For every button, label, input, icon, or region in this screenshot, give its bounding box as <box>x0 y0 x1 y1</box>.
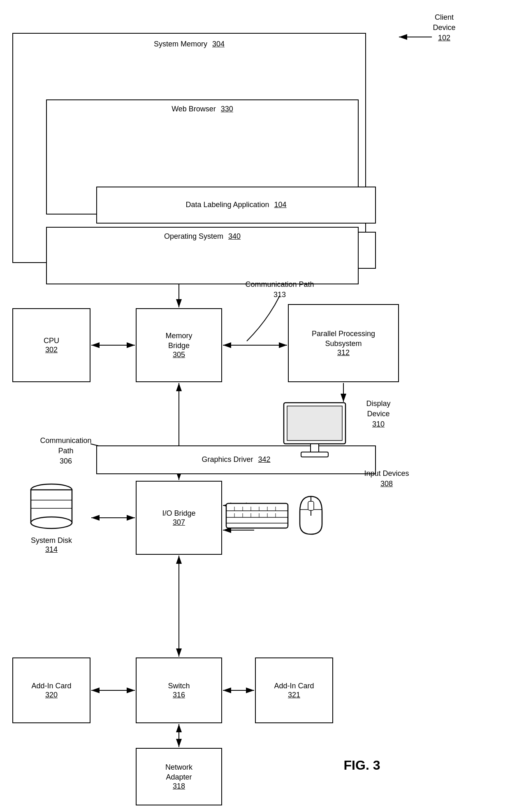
client-label-text2: Device <box>403 23 485 33</box>
net-adapter-num: 318 <box>173 782 185 791</box>
switch-box: Switch 316 <box>136 657 222 723</box>
add-in-321-box: Add-In Card 321 <box>255 657 333 723</box>
disk-svg <box>27 482 76 535</box>
cpu-label: CPU <box>44 336 59 346</box>
comm-path-313-num: 313 <box>239 290 321 300</box>
diagram-container: Client Device 102 System Memory 304 Web … <box>0 0 510 812</box>
net-adapter-box: Network Adapter 318 <box>136 748 222 805</box>
svg-rect-17 <box>311 444 319 453</box>
sys-disk-label: System Disk <box>31 536 72 545</box>
add-in-320-num: 320 <box>45 691 58 699</box>
pps-label2: Subsystem <box>325 339 362 348</box>
data-labeling-box: Data Labeling Application 104 <box>96 187 376 224</box>
web-browser-num: 330 <box>221 105 233 113</box>
fig3-label: FIG. 3 <box>313 756 411 775</box>
add-in-320-label: Add-In Card <box>31 681 71 691</box>
io-bridge-label: I/O Bridge <box>162 509 195 518</box>
comm-path-306-text: Communication <box>25 436 107 446</box>
system-memory-label: System Memory <box>154 39 207 49</box>
svg-rect-24 <box>226 503 288 528</box>
comm-path-313-text: Communication Path <box>239 279 321 290</box>
client-label-text: Client <box>403 12 485 23</box>
pps-box: Parallel Processing Subsystem 312 <box>288 304 399 382</box>
pps-label: Parallel Processing <box>312 329 375 339</box>
memory-bridge-num: 305 <box>173 351 185 359</box>
svg-rect-42 <box>308 501 314 510</box>
display-device-icon <box>280 401 362 466</box>
comm-path-313-label: Communication Path 313 <box>239 279 321 300</box>
svg-point-21 <box>31 517 72 528</box>
io-bridge-num: 307 <box>173 518 185 527</box>
net-adapter-label2: Adapter <box>166 773 192 782</box>
net-adapter-label: Network <box>165 763 192 772</box>
web-browser-label: Web Browser <box>172 104 216 114</box>
comm-path-306-label: Communication Path 306 <box>25 436 107 467</box>
add-in-321-label: Add-In Card <box>274 681 314 691</box>
fig3-text: FIG. 3 <box>344 758 380 773</box>
mouse-svg <box>297 493 325 538</box>
memory-bridge-box: Memory Bridge 305 <box>136 308 222 382</box>
comm-path-306-text2: Path <box>25 446 107 456</box>
add-in-320-box: Add-In Card 320 <box>12 657 90 723</box>
svg-rect-16 <box>287 406 342 441</box>
os-num: 340 <box>228 232 241 241</box>
os-label: Operating System <box>164 232 223 241</box>
memory-bridge-label2: Bridge <box>168 341 190 351</box>
keyboard-svg <box>224 499 290 532</box>
input-devices-icon <box>224 479 372 553</box>
sys-disk-box: System Disk 314 <box>12 481 90 555</box>
add-in-321-num: 321 <box>288 691 300 699</box>
os-box: Operating System 340 Graphics Driver 342 <box>46 227 359 284</box>
web-browser-box: Web Browser 330 Data Labeling Applicatio… <box>46 99 359 215</box>
comm-path-306-num: 306 <box>25 456 107 466</box>
pps-num: 312 <box>337 348 350 357</box>
client-num: 102 <box>403 33 485 43</box>
cpu-num: 302 <box>45 346 58 354</box>
svg-rect-18 <box>301 452 328 457</box>
graphics-driver-label: Graphics Driver <box>202 455 253 464</box>
monitor-svg <box>280 401 354 462</box>
switch-num: 316 <box>173 691 185 699</box>
system-memory-box: System Memory 304 Web Browser 330 Data L… <box>12 33 366 263</box>
io-bridge-box: I/O Bridge 307 <box>136 481 222 555</box>
cpu-box: CPU 302 <box>12 308 90 382</box>
input-devices-text: Input Devices <box>350 468 424 479</box>
graphics-driver-num: 342 <box>258 455 270 464</box>
system-memory-num: 304 <box>212 40 225 48</box>
data-labeling-num: 104 <box>274 201 287 209</box>
switch-label: Switch <box>168 681 190 691</box>
client-device-label: Client Device 102 <box>403 12 485 44</box>
memory-bridge-label: Memory <box>165 331 192 341</box>
sys-disk-num: 314 <box>31 545 72 554</box>
data-labeling-label: Data Labeling Application <box>185 200 269 210</box>
